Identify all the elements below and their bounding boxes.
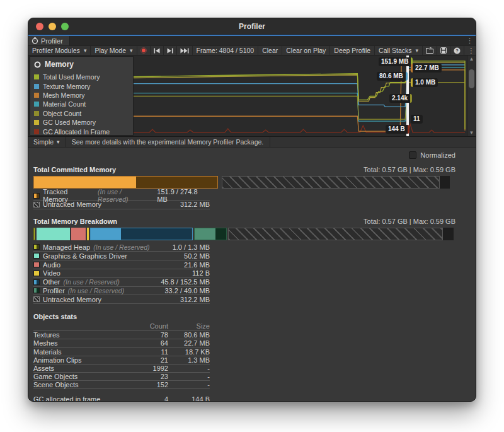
table-row[interactable]: Materials1118.7 KB <box>33 348 210 356</box>
legend-item[interactable]: Material Count <box>34 100 129 108</box>
breakdown-segment[interactable] <box>71 228 86 240</box>
legend-item[interactable]: Object Count <box>34 109 129 118</box>
tab-label: Profiler <box>41 37 63 45</box>
chart-value-label: 2.14k <box>389 94 412 103</box>
legend-row-value: 50.2 MB <box>184 252 210 260</box>
breakdown-segment[interactable] <box>194 228 227 240</box>
table-row[interactable]: Meshes6422.7 MB <box>33 339 210 347</box>
scroll-down-icon[interactable]: ▼ <box>467 130 476 136</box>
memory-breakdown-title: Total Memory Breakdown <box>33 218 117 225</box>
call-stacks-dropdown[interactable]: Call Stacks ▾ <box>375 46 423 55</box>
chevron-down-icon: ▾ <box>412 47 419 54</box>
scroll-up-icon[interactable]: ▲ <box>467 56 476 62</box>
memory-legend-row[interactable]: Untracked Memory312.2 MB <box>33 295 210 304</box>
breakdown-segment[interactable] <box>90 228 193 240</box>
swatch-reserved <box>37 288 39 293</box>
chevron-down-icon: ▾ <box>80 47 87 54</box>
memory-module-header[interactable]: Memory <box>34 60 129 69</box>
normalized-checkbox[interactable] <box>409 151 416 159</box>
cell-name: Assets <box>33 365 132 372</box>
tab-overflow-menu-icon[interactable]: ⋮ <box>466 37 473 45</box>
untracked-memory-segment[interactable] <box>228 228 444 240</box>
legend-row-value: 1.0 / 1.3 MB <box>173 243 210 251</box>
memory-details-pane: Normalized Total Committed Memory Total:… <box>28 148 476 402</box>
frame-counter-label: Frame: 4804 / 5100 <box>197 47 255 54</box>
scrollbar-thumb[interactable] <box>469 69 474 88</box>
memory-breakdown-header: Total Memory Breakdown Total: 0.57 GB | … <box>33 218 455 225</box>
legend-row-label: Managed Heap <box>43 243 90 251</box>
legend-item[interactable]: GC Used Memory <box>34 118 129 127</box>
gc-allocated-row[interactable]: GC allocated in frame4144 B <box>33 395 210 402</box>
legend-item[interactable]: Texture Memory <box>34 81 129 90</box>
legend-swatch <box>33 296 40 302</box>
help-button[interactable]: ? <box>450 46 464 55</box>
tab-profiler[interactable]: Profiler <box>28 36 70 45</box>
profiler-stopwatch-icon <box>32 37 38 44</box>
toolbar-overflow-icon[interactable]: ⋮ <box>464 46 476 55</box>
memory-legend-row[interactable]: Other(In use / Reserved)45.8 / 152.5 MB <box>33 278 210 287</box>
close-window-button[interactable] <box>36 23 43 30</box>
memory-legend-row[interactable]: Profiler(In use / Reserved)33.2 / 49.0 M… <box>33 287 210 296</box>
breakdown-segment[interactable] <box>37 228 70 240</box>
cell-size: 1.3 MB <box>168 356 210 364</box>
load-folder-icon <box>426 47 433 54</box>
memory-breakdown-bar <box>33 228 455 240</box>
memory-module-row: Memory Total Used MemoryTexture MemoryMe… <box>28 55 476 137</box>
column-header-size: Size <box>168 322 210 330</box>
zoom-window-button[interactable] <box>61 23 69 30</box>
chevron-down-icon: ▾ <box>57 139 60 145</box>
view-mode-dropdown[interactable]: Simple ▾ <box>28 137 66 147</box>
cell-count: 78 <box>132 331 168 339</box>
cell-count: 21 <box>132 356 168 364</box>
table-row[interactable]: Assets1992- <box>33 365 210 373</box>
previous-frame-button[interactable] <box>151 46 164 55</box>
play-mode-dropdown[interactable]: Play Mode ▾ <box>91 46 137 55</box>
memory-module-title: Memory <box>45 60 74 69</box>
tracked-in-use <box>34 177 136 188</box>
chart-value-label: 80.6 MB <box>377 72 408 81</box>
legend-label: Material Count <box>43 100 86 108</box>
memory-legend-row[interactable]: Graphics & Graphics Driver50.2 MB <box>33 252 210 260</box>
tracked-memory-segment[interactable] <box>33 176 218 189</box>
view-mode-label: Simple <box>33 138 54 146</box>
clear-label: Clear <box>262 47 278 54</box>
legend-row-qualifier: (In use / Reserved) <box>93 243 149 251</box>
profiler-modules-label: Profiler Modules <box>32 47 80 54</box>
legend-item[interactable]: GC Allocated In Frame <box>34 127 129 136</box>
clear-button[interactable]: Clear <box>258 46 282 55</box>
table-row[interactable]: Textures7880.6 MB <box>33 331 210 339</box>
legend-row-label: Untracked Memory <box>43 296 101 303</box>
minimize-window-button[interactable] <box>49 23 56 30</box>
table-row[interactable]: Scene Objects152- <box>33 381 210 389</box>
record-button[interactable] <box>137 46 151 55</box>
table-row[interactable]: Animation Clips211.3 MB <box>33 356 210 365</box>
record-icon <box>140 47 147 54</box>
cell-size: - <box>168 373 210 380</box>
load-profile-button[interactable] <box>423 46 437 55</box>
memory-legend-row[interactable]: Managed Heap(In use / Reserved)1.0 / 1.3… <box>33 243 210 252</box>
memory-legend-row[interactable]: Tracked Memory(In use / Reserved)151.9 /… <box>33 192 210 201</box>
table-row[interactable]: Game Objects23- <box>33 373 210 381</box>
committed-memory-header: Total Committed Memory Total: 0.57 GB | … <box>33 166 455 173</box>
next-frame-icon <box>167 48 173 54</box>
deep-profile-button[interactable]: Deep Profile <box>330 46 375 55</box>
profiler-modules-dropdown[interactable]: Profiler Modules ▾ <box>28 46 91 55</box>
current-frame-button[interactable] <box>177 46 193 55</box>
untracked-memory-segment[interactable] <box>222 176 440 189</box>
next-frame-button[interactable] <box>164 46 177 55</box>
normalized-label: Normalized <box>420 151 455 159</box>
legend-item[interactable]: Mesh Memory <box>34 91 129 100</box>
chart-scrollbar[interactable]: ▲ ▼ <box>467 55 476 136</box>
tracked-reserved <box>136 177 217 188</box>
save-profile-button[interactable] <box>437 46 450 55</box>
segment-reserved <box>121 228 192 240</box>
frame-counter: Frame: 4804 / 5100 <box>193 46 259 55</box>
memory-chart[interactable]: 151.9 MB22.7 MB80.6 MB1.0 MB2.14k11144 B <box>134 55 467 136</box>
legend-row-label: Video <box>43 269 60 277</box>
clear-on-play-button[interactable]: Clear on Play <box>282 46 330 55</box>
legend-row-qualifier: (In use / Reserved) <box>68 287 124 295</box>
memory-legend-row[interactable]: Video112 B <box>33 269 210 278</box>
legend-item[interactable]: Total Used Memory <box>34 73 129 81</box>
cell-name: GC allocated in frame <box>33 395 132 402</box>
memory-legend-row[interactable]: Audio21.6 MB <box>33 260 210 269</box>
